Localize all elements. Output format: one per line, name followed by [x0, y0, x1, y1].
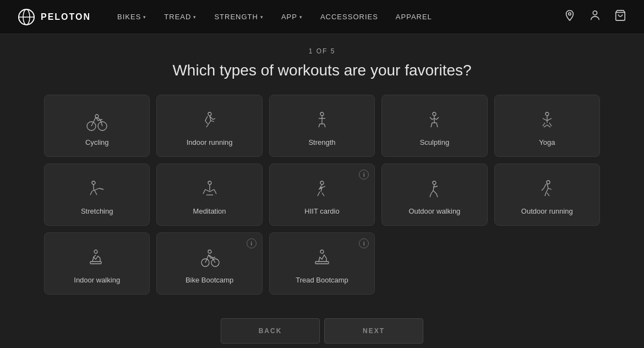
workout-card-meditation[interactable]: Meditation [156, 164, 262, 226]
svg-point-15 [320, 181, 324, 184]
workout-card-outdoor-running[interactable]: Outdoor running [494, 164, 600, 226]
bike-bootcamp-info-badge[interactable]: i [247, 238, 256, 248]
svg-point-3 [569, 13, 571, 15]
cycling-label: Cycling [85, 138, 109, 146]
nav-apparel[interactable]: APPAREL [396, 13, 432, 21]
svg-point-14 [208, 181, 211, 184]
nav-icon-group [564, 9, 626, 24]
workout-grid: Cycling Indoor running Strength Sculptin… [44, 95, 600, 295]
workout-card-indoor-running[interactable]: Indoor running [156, 95, 262, 157]
outdoor-running-icon [535, 177, 559, 202]
workout-card-yoga[interactable]: Yoga [494, 95, 600, 157]
sculpting-icon [422, 108, 446, 133]
main-nav: PELOTON BIKES ▾ TREAD ▾ STRENGTH ▾ APP ▾… [0, 0, 644, 34]
svg-rect-24 [315, 262, 329, 264]
bike-bootcamp-label: Bike Bootcamp [185, 276, 233, 284]
main-content: 1 OF 5 Which types of workouts are your … [0, 34, 644, 295]
tread-bootcamp-label: Tread Bootcamp [296, 276, 348, 284]
svg-point-10 [320, 112, 324, 116]
workout-card-strength[interactable]: Strength [269, 95, 375, 157]
indoor-walking-label: Indoor walking [74, 276, 120, 284]
svg-point-13 [92, 181, 95, 184]
svg-point-9 [208, 112, 211, 116]
sculpting-label: Sculpting [420, 138, 449, 146]
indoor-running-icon [198, 108, 222, 133]
nav-tread[interactable]: TREAD ▾ [164, 13, 197, 21]
tread-bootcamp-icon [310, 246, 334, 270]
nav-strength[interactable]: STRENGTH ▾ [214, 13, 264, 21]
svg-point-21 [211, 259, 219, 267]
cycling-icon [85, 108, 109, 133]
svg-point-23 [320, 250, 324, 253]
chevron-down-icon: ▾ [299, 14, 303, 20]
strength-label: Strength [308, 138, 335, 146]
outdoor-walking-label: Outdoor walking [408, 207, 460, 215]
next-button[interactable]: NEXT [324, 318, 423, 344]
logo[interactable]: PELOTON [18, 8, 91, 26]
location-icon[interactable] [564, 9, 576, 24]
workout-card-hiit-cardio[interactable]: i HIIT cardio [269, 164, 375, 226]
nav-links: BIKES ▾ TREAD ▾ STRENGTH ▾ APP ▾ ACCESSO… [117, 13, 564, 21]
yoga-icon [535, 108, 559, 133]
cart-icon[interactable] [614, 9, 626, 24]
nav-accessories[interactable]: ACCESSORIES [320, 13, 378, 21]
workout-card-cycling[interactable]: Cycling [44, 95, 150, 157]
svg-point-4 [593, 11, 597, 15]
workout-card-outdoor-walking[interactable]: Outdoor walking [381, 164, 487, 226]
hiit-cardio-label: HIIT cardio [304, 207, 339, 215]
tread-bootcamp-info-badge[interactable]: i [359, 238, 369, 248]
back-button[interactable]: BACK [221, 318, 320, 344]
hiit-cardio-icon [310, 177, 334, 202]
stretching-label: Stretching [81, 207, 113, 215]
step-indicator: 1 OF 5 [44, 47, 600, 55]
hiit-info-badge[interactable]: i [359, 170, 369, 180]
bottom-bar: BACK NEXT [0, 314, 644, 348]
svg-rect-19 [90, 262, 101, 264]
svg-point-18 [94, 250, 97, 253]
svg-point-17 [547, 181, 550, 184]
svg-point-12 [545, 112, 549, 116]
workout-card-tread-bootcamp[interactable]: i Tread Bootcamp [269, 232, 375, 295]
indoor-running-label: Indoor running [187, 138, 233, 146]
svg-point-11 [433, 112, 436, 116]
svg-point-6 [87, 122, 96, 130]
workout-card-bike-bootcamp[interactable]: i Bike Bootcamp [156, 232, 262, 295]
page-title: Which types of workouts are your favorit… [44, 62, 600, 79]
logo-text: PELOTON [41, 12, 91, 22]
nav-app[interactable]: APP ▾ [281, 13, 303, 21]
svg-point-16 [433, 181, 436, 184]
meditation-icon [198, 177, 222, 202]
user-icon[interactable] [589, 9, 601, 24]
stretching-icon [85, 177, 109, 202]
meditation-label: Meditation [193, 207, 226, 215]
svg-point-22 [208, 250, 211, 253]
workout-card-stretching[interactable]: Stretching [44, 164, 150, 226]
outdoor-walking-icon [422, 177, 446, 202]
nav-bikes[interactable]: BIKES ▾ [117, 13, 146, 21]
chevron-down-icon: ▾ [143, 14, 146, 20]
outdoor-running-label: Outdoor running [521, 207, 573, 215]
chevron-down-icon: ▾ [193, 14, 197, 20]
bike-bootcamp-icon [198, 246, 222, 270]
chevron-down-icon: ▾ [260, 14, 264, 20]
strength-icon [310, 108, 334, 133]
indoor-walking-icon [85, 246, 109, 270]
workout-card-sculpting[interactable]: Sculpting [381, 95, 487, 157]
workout-card-indoor-walking[interactable]: Indoor walking [44, 232, 150, 295]
yoga-label: Yoga [539, 138, 555, 146]
